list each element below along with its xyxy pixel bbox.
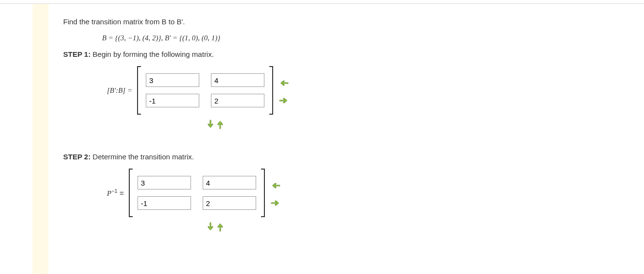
step1-line: STEP 1: Begin by forming the following m… — [63, 50, 629, 58]
matrix2-block: P−1 = — [107, 169, 629, 217]
step2-line: STEP 2: Determine the transition matrix. — [63, 153, 629, 161]
matrix1-block: [B':B] = — [107, 66, 629, 115]
matrix1-cell-22[interactable] — [211, 94, 264, 107]
left-bracket-icon — [129, 169, 133, 217]
swap-right-icon[interactable] — [279, 97, 289, 104]
matrix2-cell-12[interactable] — [203, 176, 256, 189]
top-rule — [0, 0, 644, 4]
right-bracket-icon — [261, 169, 265, 217]
step1-label: STEP 1: — [63, 50, 90, 58]
equation-text: B = {(3, −1), (4, 2)}, B' = {(1, 0), (0,… — [102, 34, 220, 42]
matrix2-lhs: P−1 = — [107, 188, 124, 198]
matrix2-cell-11[interactable] — [138, 176, 191, 189]
swap-left-icon[interactable] — [279, 80, 289, 86]
swap-up-icon[interactable] — [217, 120, 224, 129]
matrix1-col-arrows — [207, 120, 629, 129]
page-layout: Find the transition matrix from B to B'.… — [0, 4, 644, 274]
matrix1-grid — [143, 69, 267, 111]
step2-text: Determine the transition matrix. — [93, 153, 194, 161]
matrix2-exp: −1 — [111, 188, 118, 194]
right-bracket-icon — [269, 66, 273, 115]
swap-up-icon[interactable] — [217, 222, 224, 232]
matrix1-row-arrows — [279, 77, 289, 104]
matrix2-cell-21[interactable] — [138, 196, 191, 210]
intro-text: Find the transition matrix from B to B'. — [63, 17, 629, 26]
matrix1-cell-21[interactable] — [146, 94, 199, 107]
matrix2-eq: = — [118, 189, 124, 197]
matrix2-grid — [135, 172, 259, 214]
swap-right-icon[interactable] — [271, 200, 280, 206]
basis-equation: B = {(3, −1), (4, 2)}, B' = {(1, 0), (0,… — [102, 34, 629, 42]
step2-label: STEP 2: — [63, 153, 90, 161]
matrix2-row-arrows — [271, 179, 280, 206]
matrix2-col-arrows — [207, 222, 629, 232]
left-accent-bar — [0, 4, 49, 274]
step1-text: Begin by forming the following matrix. — [93, 50, 214, 58]
swap-down-icon[interactable] — [207, 120, 214, 129]
matrix2-cell-22[interactable] — [203, 196, 256, 210]
matrix2-var: P — [107, 189, 111, 197]
content-area: Find the transition matrix from B to B'.… — [49, 4, 644, 274]
matrix1-cell-11[interactable] — [146, 73, 199, 87]
swap-down-icon[interactable] — [207, 222, 214, 232]
matrix1-lhs: [B':B] = — [107, 86, 132, 95]
left-bracket-icon — [137, 66, 141, 115]
intro-span: Find the transition matrix from B to B'. — [63, 17, 185, 26]
matrix1-lhs-text: [B':B] = — [107, 86, 132, 94]
swap-left-icon[interactable] — [271, 182, 280, 189]
matrix1-cell-12[interactable] — [211, 73, 264, 87]
